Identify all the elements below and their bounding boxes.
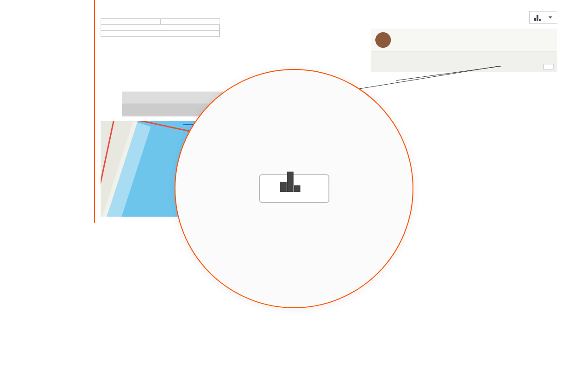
improve-time-button[interactable] (101, 31, 220, 36)
avatar (375, 32, 391, 48)
bar-chart-icon (534, 14, 541, 21)
segment-detail (95, 5, 563, 72)
leaderboard-table (371, 52, 557, 58)
effort-summary (101, 11, 220, 72)
effort-actions (101, 18, 220, 37)
distance-ruler (95, 0, 563, 5)
stats-table (229, 11, 358, 72)
magnified-dropdown (259, 174, 329, 203)
view-full-leaderboard-button[interactable] (543, 64, 554, 69)
leaderboard-filter-dropdown[interactable] (529, 11, 557, 24)
stats-head-avg (273, 12, 315, 15)
set-goal-button[interactable] (161, 19, 220, 25)
magnifier-lens (175, 69, 413, 308)
leaderboard-footer (371, 58, 557, 72)
stats-head-max (315, 12, 357, 15)
analyze-button[interactable] (101, 19, 161, 25)
compare-button[interactable] (101, 25, 220, 31)
lb-head-time (464, 52, 511, 58)
your-pr-row[interactable] (371, 29, 557, 52)
bar-chart-icon (280, 185, 300, 192)
lb-head-athlete (371, 52, 418, 58)
leaderboard-panel (367, 11, 557, 72)
lb-head-date (418, 52, 464, 58)
